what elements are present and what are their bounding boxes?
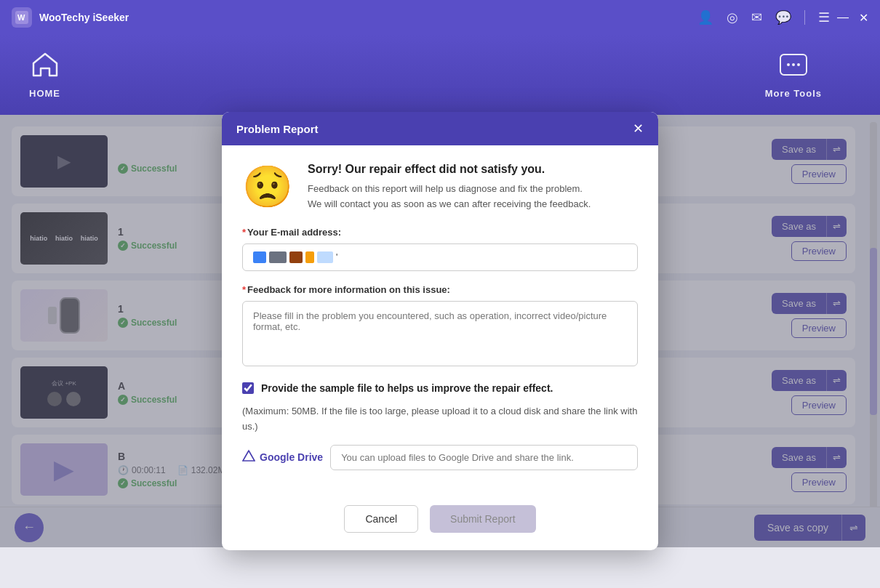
sample-file-label: Provide the sample file to helps us impr… xyxy=(261,382,553,394)
modal-description: Feedback on this report will help us dia… xyxy=(308,182,591,212)
feedback-textarea[interactable] xyxy=(242,301,638,366)
modal-top-text: Sorry! Our repair effect did not satisfy… xyxy=(308,163,591,212)
more-tools-label: More Tools xyxy=(765,88,822,99)
modal-title: Problem Report xyxy=(236,123,319,135)
person-icon[interactable]: 👤 xyxy=(697,9,713,25)
cancel-button[interactable]: Cancel xyxy=(344,505,418,533)
email-input-container[interactable]: ' xyxy=(242,243,638,271)
submit-report-button[interactable]: Submit Report xyxy=(430,505,535,533)
nav-home[interactable]: HOME xyxy=(29,52,60,99)
target-icon[interactable]: ◎ xyxy=(727,9,738,25)
google-drive-input[interactable] xyxy=(330,445,638,470)
sample-file-checkbox[interactable] xyxy=(242,382,254,394)
sample-file-checkbox-row: Provide the sample file to helps us impr… xyxy=(242,382,638,394)
svg-point-4 xyxy=(792,63,795,66)
home-icon xyxy=(31,52,59,84)
svg-marker-6 xyxy=(243,451,255,461)
svg-line-8 xyxy=(249,451,255,461)
minimize-button[interactable]: ― xyxy=(837,11,849,25)
modal-heading: Sorry! Our repair effect did not satisfy… xyxy=(308,163,591,176)
modal-overlay: Problem Report ✕ 😟 Sorry! Our repair eff… xyxy=(0,115,880,547)
close-button[interactable]: ✕ xyxy=(859,11,868,25)
svg-point-5 xyxy=(797,63,800,66)
divider xyxy=(804,10,805,25)
google-drive-label: Google Drive xyxy=(242,449,323,465)
window-controls: ― ✕ xyxy=(837,11,868,25)
problem-report-modal: Problem Report ✕ 😟 Sorry! Our repair eff… xyxy=(222,112,658,549)
app-logo: W xyxy=(12,7,32,28)
chat-icon[interactable]: 💬 xyxy=(775,9,791,25)
nav-more-tools[interactable]: More Tools xyxy=(765,52,822,99)
modal-footer: Cancel Submit Report xyxy=(222,505,658,550)
svg-point-3 xyxy=(787,63,790,66)
google-drive-row: Google Drive xyxy=(242,445,638,470)
google-drive-icon xyxy=(242,449,255,465)
menu-icon[interactable]: ☰ xyxy=(818,9,830,25)
modal-top-section: 😟 Sorry! Our repair effect did not satis… xyxy=(242,163,638,212)
modal-close-button[interactable]: ✕ xyxy=(633,122,644,135)
app-name: WooTechy iSeeker xyxy=(39,12,697,23)
file-size-note: (Maximum: 50MB. If the file is too large… xyxy=(242,404,638,435)
svg-text:W: W xyxy=(17,13,25,22)
modal-header: Problem Report ✕ xyxy=(222,112,658,145)
svg-line-7 xyxy=(243,451,249,461)
email-field-label: *Your E-mail address: xyxy=(242,227,638,238)
email-value-display: ' xyxy=(253,251,337,263)
feedback-field-label: *Feedback for more information on this i… xyxy=(242,284,638,295)
home-label: HOME xyxy=(29,88,60,99)
nav-bar: HOME More Tools xyxy=(0,35,880,115)
title-bar: W WooTechy iSeeker 👤 ◎ ✉ 💬 ☰ ― ✕ xyxy=(0,0,880,35)
sad-emoji: 😟 xyxy=(242,163,293,211)
title-bar-icons: 👤 ◎ ✉ 💬 ☰ xyxy=(697,9,830,25)
modal-body: 😟 Sorry! Our repair effect did not satis… xyxy=(222,145,658,504)
mail-icon[interactable]: ✉ xyxy=(751,9,762,25)
more-tools-icon xyxy=(777,52,809,84)
